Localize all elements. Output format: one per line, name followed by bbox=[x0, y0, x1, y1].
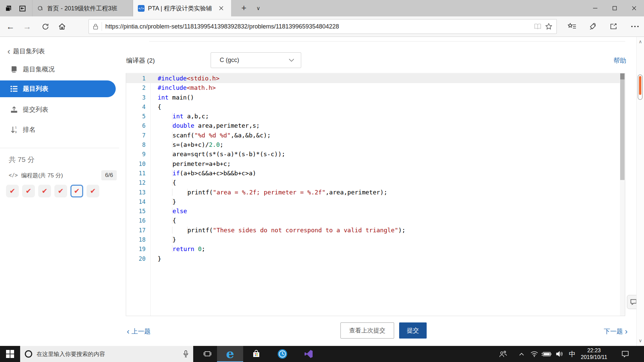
prev-problem-link[interactable]: ‹ 上一题 bbox=[127, 327, 151, 336]
compiler-select[interactable]: C (gcc) bbox=[211, 52, 301, 68]
section-label: 编程题(共 75 分) bbox=[21, 172, 63, 179]
problem-tile[interactable]: ✔ bbox=[6, 185, 19, 197]
scrollbar-thumb[interactable] bbox=[638, 74, 643, 100]
code-line[interactable]: 5 int a,b,c; bbox=[126, 112, 620, 121]
microphone-icon[interactable] bbox=[183, 350, 189, 358]
window-minimize-button[interactable] bbox=[585, 0, 605, 16]
sidebar-item-label: 题目集概况 bbox=[23, 65, 55, 74]
more-options-icon[interactable] bbox=[629, 20, 641, 33]
prev-problem-label: 上一题 bbox=[131, 327, 151, 336]
window-close-button[interactable] bbox=[624, 0, 644, 16]
reading-view-icon[interactable] bbox=[534, 23, 542, 30]
code-line[interactable]: 9 area=sqrt(s*(s-a)*(s-b)*(s-c)); bbox=[126, 149, 620, 159]
problem-tile-current[interactable]: ✔ bbox=[70, 185, 83, 197]
taskbar-clock-app[interactable] bbox=[269, 346, 296, 362]
window-maximize-button[interactable] bbox=[605, 0, 624, 16]
people-icon[interactable] bbox=[498, 346, 508, 362]
code-line[interactable]: 3int main() bbox=[126, 93, 620, 102]
svg-text:1: 1 bbox=[15, 126, 17, 129]
home-icon[interactable] bbox=[56, 20, 68, 33]
back-icon[interactable]: ← bbox=[4, 20, 17, 33]
tray-clock[interactable]: 22:23 2019/10/11 bbox=[576, 346, 612, 362]
task-view-icon[interactable] bbox=[199, 346, 216, 362]
compiler-label: 编译器 (2) bbox=[126, 56, 155, 65]
submit-button[interactable]: 提交 bbox=[399, 322, 427, 339]
code-line[interactable]: 20} bbox=[126, 254, 620, 263]
volume-icon[interactable] bbox=[554, 346, 565, 362]
tab-favicon bbox=[37, 5, 44, 11]
battery-charging-icon[interactable] bbox=[541, 346, 553, 362]
editor-scrollbar-cap[interactable] bbox=[620, 73, 625, 79]
next-problem-link[interactable]: 下一题 › bbox=[604, 327, 628, 336]
problem-tile[interactable]: ✔ bbox=[87, 185, 99, 197]
new-tab-button[interactable]: + bbox=[237, 0, 251, 16]
code-line[interactable]: 12 { bbox=[126, 178, 620, 187]
url-text[interactable]: https://pintia.cn/problem-sets/118139954… bbox=[105, 23, 530, 30]
code-line[interactable]: 15 else bbox=[126, 206, 620, 216]
code-lines[interactable]: 1#include<stdio.h>2#include<math.h>3int … bbox=[126, 74, 620, 263]
scroll-down-icon[interactable]: ∨ bbox=[637, 338, 644, 343]
chevron-left-icon: ‹ bbox=[127, 328, 129, 335]
problem-tile[interactable]: ✔ bbox=[38, 185, 51, 197]
action-center-icon[interactable] bbox=[619, 346, 632, 362]
refresh-icon[interactable] bbox=[39, 20, 52, 33]
code-line[interactable]: 10 perimeter=a+b+c; bbox=[126, 159, 620, 169]
sidebar-item-problem-list[interactable]: 题目列表 bbox=[0, 80, 116, 97]
code-line[interactable]: 17 printf("These sides do not correspond… bbox=[126, 226, 620, 235]
code-line[interactable]: 19 return 0; bbox=[126, 244, 620, 254]
forward-icon[interactable]: → bbox=[21, 20, 34, 33]
code-line[interactable]: 6 double area,perimeter,s; bbox=[126, 121, 620, 130]
add-favorite-star-icon[interactable] bbox=[545, 23, 552, 30]
browser-tab-inactive[interactable]: 首页 - 2019级软件工程3班 - bbox=[32, 0, 133, 16]
editor-scrollbar-thumb[interactable] bbox=[620, 79, 625, 180]
problem-tile[interactable]: ✔ bbox=[54, 185, 67, 197]
address-bar[interactable]: https://pintia.cn/problem-sets/118139954… bbox=[89, 19, 557, 34]
sidebar-item-submissions[interactable]: 提交列表 bbox=[0, 103, 119, 116]
share-icon[interactable] bbox=[607, 20, 620, 33]
code-line[interactable]: 16 { bbox=[126, 216, 620, 225]
line-number: 13 bbox=[126, 188, 146, 197]
taskbar-search-box[interactable]: 在这里输入你要搜索的内容 bbox=[20, 346, 193, 362]
window-scrollbar[interactable]: ∧ ∨ bbox=[636, 37, 644, 346]
book-icon bbox=[10, 65, 18, 73]
problem-tile[interactable]: ✔ bbox=[22, 185, 35, 197]
line-number: 8 bbox=[126, 140, 146, 149]
taskbar-edge-app[interactable]: e bbox=[217, 346, 243, 362]
tab-close-icon[interactable] bbox=[219, 6, 226, 10]
sidebar-item-ranking[interactable]: 19 排名 bbox=[0, 123, 119, 136]
programming-section-row: </> 编程题(共 75 分) 6/6 bbox=[9, 170, 119, 180]
tab-preview-chevron-icon[interactable]: ∨ bbox=[252, 0, 264, 16]
check-icon: ✔ bbox=[25, 187, 32, 195]
code-line[interactable]: 8 s=(a+b+c)/2.0; bbox=[126, 140, 620, 149]
line-number: 2 bbox=[126, 83, 146, 93]
wifi-icon[interactable] bbox=[529, 346, 539, 362]
start-button[interactable] bbox=[0, 346, 20, 362]
editor-scrollbar[interactable] bbox=[620, 73, 625, 316]
favorites-hub-icon[interactable] bbox=[566, 20, 578, 33]
code-line[interactable]: 2#include<math.h> bbox=[126, 83, 620, 93]
code-line[interactable]: 13 printf("area = %.2f; perimeter = %.2f… bbox=[126, 188, 620, 197]
code-line[interactable]: 14 } bbox=[126, 197, 620, 206]
tab-title: PTA | 程序设计类实验辅 bbox=[148, 4, 212, 12]
scroll-up-icon[interactable]: ∧ bbox=[637, 39, 644, 44]
code-line[interactable]: 18 } bbox=[126, 235, 620, 244]
sidebar-back-to-problem-sets[interactable]: ‹ 题目集列表 bbox=[0, 45, 119, 58]
taskbar-visual-studio-app[interactable] bbox=[296, 346, 322, 362]
edge-icon: e bbox=[226, 347, 234, 360]
browser-tab-active[interactable]: </> PTA | 程序设计类实验辅 bbox=[133, 0, 231, 16]
code-line[interactable]: 4{ bbox=[126, 102, 620, 112]
taskbar-store-app[interactable] bbox=[243, 346, 269, 362]
code-line[interactable]: 11 if(a+b>c&&a+c>b&&b+c>a) bbox=[126, 169, 620, 178]
divider bbox=[149, 41, 625, 42]
code-editor[interactable]: 1#include<stdio.h>2#include<math.h>3int … bbox=[126, 73, 625, 316]
view-last-submission-button[interactable]: 查看上次提交 bbox=[340, 322, 394, 339]
help-link[interactable]: 帮助 bbox=[613, 56, 626, 65]
web-notes-pen-icon[interactable] bbox=[586, 20, 599, 33]
code-line[interactable]: 1#include<stdio.h> bbox=[126, 74, 620, 83]
set-tabs-aside-icon[interactable] bbox=[3, 3, 13, 13]
code-line[interactable]: 7 scanf("%d %d %d",&a,&b,&c); bbox=[126, 131, 620, 140]
tray-date: 2019/10/11 bbox=[576, 354, 612, 361]
tabs-youve-set-aside-icon[interactable] bbox=[17, 3, 28, 13]
tray-chevron-up-icon[interactable] bbox=[517, 346, 527, 362]
sidebar-item-overview[interactable]: 题目集概况 bbox=[0, 63, 119, 76]
